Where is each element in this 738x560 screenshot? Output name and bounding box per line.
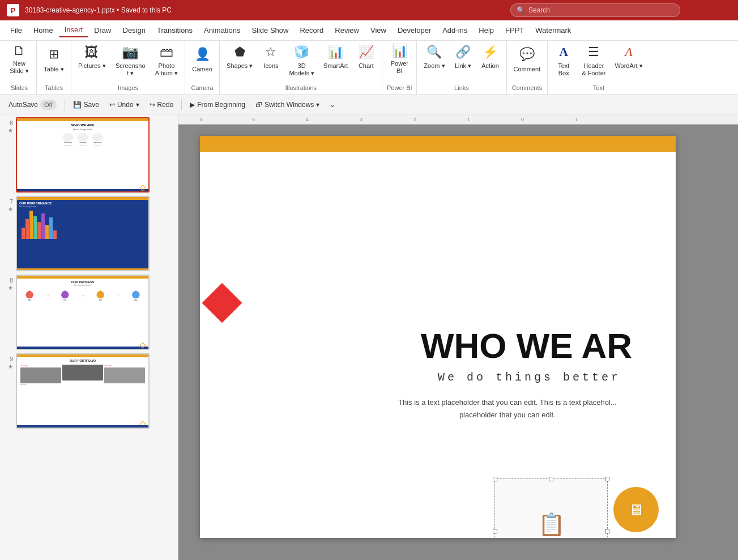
cameo-button[interactable]: 👤 Cameo (189, 41, 216, 77)
header-footer-button[interactable]: ☰ Header& Footer (578, 41, 609, 79)
menu-view[interactable]: View (365, 24, 392, 37)
menu-developer[interactable]: Developer (392, 24, 437, 37)
slide-thumb-8[interactable]: OUR PROCESS We do things better Title → … (16, 275, 150, 350)
undo-dropdown-icon[interactable]: ▾ (136, 101, 139, 109)
slide-canvas[interactable]: WHO WE AR We do things better This is a … (200, 136, 676, 538)
comments-group-label: Comments (510, 83, 544, 92)
pictures-button[interactable]: 🖼 Pictures ▾ (75, 41, 109, 72)
zoom-button[interactable]: 🔍 Zoom ▾ (420, 41, 448, 72)
redo-label: Redo (157, 101, 174, 109)
slides-panel[interactable]: 6 ★ WHO WE ARE We do things better Title… (0, 114, 178, 560)
wordart-label: WordArt ▾ (615, 62, 642, 70)
ribbon-group-images: 🖼 Pictures ▾ 📷 Screenshot ▾ 🗃 PhotoAlbum… (71, 41, 185, 95)
slide-top-bar (200, 136, 676, 152)
search-placeholder: Search (528, 6, 550, 14)
file-title: 30183-creative-agency-1.pptx • Saved to … (25, 6, 505, 14)
slide-number-6: 6 (3, 117, 13, 126)
menu-file[interactable]: File (5, 24, 28, 37)
orange-circle-button[interactable]: 🖥 (613, 487, 659, 532)
handle-tl[interactable] (493, 477, 497, 481)
menu-transitions[interactable]: Transitions (151, 24, 198, 37)
handle-tc[interactable] (549, 477, 553, 481)
shapes-button[interactable]: ⬟ Shapes ▾ (223, 41, 256, 72)
link-button[interactable]: 🔗 Link ▾ (451, 41, 476, 72)
from-beginning-button[interactable]: ▶ From Beginning (186, 99, 249, 110)
menu-addins[interactable]: Add-ins (437, 24, 473, 37)
ribbon-group-text: A TextBox ☰ Header& Footer A WordArt ▾ T… (548, 41, 649, 95)
horizontal-ruler: 6 5 4 3 2 1 0 1 (178, 114, 738, 125)
slide-thumb-7[interactable]: OUR PERFORMANCE We do things better (16, 196, 150, 271)
header-footer-icon: ☰ (585, 43, 603, 61)
search-box[interactable]: 🔍 Search (510, 3, 680, 17)
slides-group-label: Slides (6, 83, 33, 92)
toolbar-separator-2 (181, 99, 182, 110)
textbox-button[interactable]: A TextBox (551, 41, 576, 79)
menu-draw[interactable]: Draw (88, 24, 117, 37)
ribbon-group-camera: 👤 Cameo Camera (185, 41, 220, 95)
save-button[interactable]: 💾 Save (69, 99, 103, 110)
new-slide-label: NewSlide ▾ (10, 60, 29, 75)
powerbi-label: PowerBI (391, 60, 408, 75)
switch-windows-label: Switch Windows (265, 101, 314, 109)
new-slide-button[interactable]: 🗋 NewSlide ▾ (6, 41, 33, 77)
action-button[interactable]: ⚡ Action (478, 41, 503, 72)
handle-ml[interactable] (493, 529, 497, 533)
undo-button[interactable]: ↩ Undo ▾ (105, 99, 143, 110)
comment-icon: 💬 (517, 44, 537, 65)
main-layout: 6 ★ WHO WE ARE We do things better Title… (0, 114, 738, 560)
powerbi-button[interactable]: 📊 PowerBI (386, 41, 413, 77)
screenshot-button[interactable]: 📷 Screenshot ▾ (112, 41, 150, 79)
slide-star-6: ★ (8, 127, 13, 134)
table-label: Table ▾ (44, 66, 63, 73)
menu-watermark[interactable]: Watermark (530, 24, 577, 37)
slide-item-6[interactable]: 6 ★ WHO WE ARE We do things better Title… (3, 117, 175, 193)
slide-item-7[interactable]: 7 ★ OUR PERFORMANCE We do things better (3, 196, 175, 271)
app-icon: P (7, 4, 19, 16)
menu-home[interactable]: Home (28, 24, 59, 37)
menu-animations[interactable]: Animations (198, 24, 246, 37)
slide-item-8[interactable]: 8 ★ OUR PROCESS We do things better Titl… (3, 275, 175, 350)
illustrations-group-label: Illustrations (223, 83, 378, 92)
switch-windows-dropdown[interactable]: ▾ (316, 101, 319, 109)
orange-circle-icon: 🖥 (628, 501, 644, 519)
menu-help[interactable]: Help (473, 24, 500, 37)
menu-design[interactable]: Design (117, 24, 151, 37)
comment-button[interactable]: 💬 Comment (510, 41, 544, 77)
handle-mr[interactable] (605, 529, 609, 533)
customize-button[interactable]: ⌄ (326, 99, 339, 110)
slide-number-7: 7 (3, 196, 13, 205)
wordart-button[interactable]: A WordArt ▾ (611, 41, 646, 72)
smartart-button[interactable]: 📊 SmartArt (320, 41, 351, 72)
header-footer-label: Header& Footer (582, 62, 605, 77)
table-button[interactable]: ⊞ Table ▾ (40, 41, 67, 77)
menu-insert[interactable]: Insert (59, 23, 89, 37)
embed-object-box[interactable]: 📋 Microsoft oint 97-2003 Prese (494, 478, 608, 538)
slide-thumb-6[interactable]: WHO WE ARE We do things better Title Nam… (16, 117, 150, 193)
3d-models-button[interactable]: 🧊 3DModels ▾ (285, 41, 318, 79)
handle-tr[interactable] (605, 477, 609, 481)
smartart-label: SmartArt (323, 62, 348, 70)
switch-windows-button[interactable]: 🗗 Switch Windows ▾ (251, 99, 323, 110)
menu-review[interactable]: Review (329, 24, 365, 37)
cameo-icon: 👤 (192, 44, 212, 65)
slide-number-8: 8 (3, 275, 13, 284)
redo-button[interactable]: ↪ Redo (146, 99, 178, 110)
autosave-toggle[interactable]: AutoSave Off (5, 98, 61, 112)
slide-star-9: ★ (8, 364, 13, 370)
tables-group-label: Tables (40, 83, 67, 92)
icons-button[interactable]: ☆ Icons (258, 41, 283, 72)
menu-slideshow[interactable]: Slide Show (246, 24, 294, 37)
slide-item-9[interactable]: 9 ★ OUR PORTFOLIO Title Here Title Here (3, 353, 175, 429)
links-group-label: Links (420, 83, 502, 92)
slide-diamond (202, 283, 242, 323)
autosave-label: AutoSave (8, 101, 38, 109)
new-slide-icon: 🗋 (9, 43, 29, 59)
photo-album-button[interactable]: 🗃 PhotoAlbum ▾ (152, 41, 181, 79)
comment-label: Comment (514, 66, 541, 73)
chart-button[interactable]: 📈 Chart (353, 41, 378, 72)
menu-fppt[interactable]: FPPT (500, 24, 530, 37)
ribbon: 🗋 NewSlide ▾ Slides ⊞ Table ▾ Tables 🖼 P (0, 41, 738, 95)
pictures-icon: 🖼 (83, 43, 101, 61)
slide-thumb-9[interactable]: OUR PORTFOLIO Title Here Title Here Titl… (16, 353, 150, 429)
menu-record[interactable]: Record (294, 24, 329, 37)
